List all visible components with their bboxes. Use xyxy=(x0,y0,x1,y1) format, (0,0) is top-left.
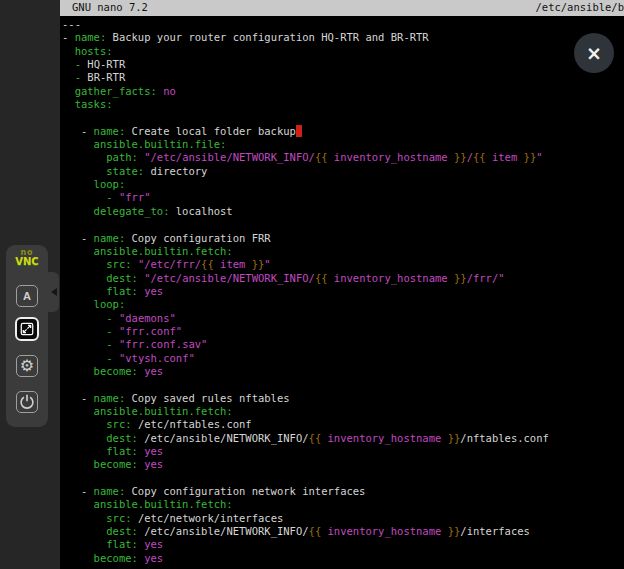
code-area[interactable]: ---- name: Backup your router configurat… xyxy=(60,16,624,565)
fullscreen-icon xyxy=(18,320,36,338)
code-line: flat: yes xyxy=(62,538,624,551)
code-line: - name: Copy configuration network inter… xyxy=(62,485,624,498)
code-line xyxy=(62,111,624,124)
code-line: ansible.builtin.fetch: xyxy=(62,405,624,418)
code-line: loop: xyxy=(62,178,624,191)
code-line: - name: Backup your router configuration… xyxy=(62,31,624,44)
keyboard-icon: A xyxy=(23,290,31,302)
nano-app-title: GNU nano 7.2 xyxy=(72,1,148,14)
code-line: become: yes xyxy=(62,458,624,471)
novnc-logo: no VNC xyxy=(6,249,48,267)
code-line: - name: Copy saved rules nftables xyxy=(62,392,624,405)
code-line: flat: yes xyxy=(62,445,624,458)
code-line xyxy=(62,218,624,231)
code-line: - "frr.conf" xyxy=(62,325,624,338)
terminal-window: GNU nano 7.2 /etc/ansible/b ---- name: B… xyxy=(60,0,624,569)
control-bar-handle[interactable] xyxy=(48,272,59,312)
code-line: - name: Copy configuration FRR xyxy=(62,232,624,245)
code-line: state: directory xyxy=(62,165,624,178)
novnc-logo-bottom: VNC xyxy=(6,257,48,267)
code-line: - "frr.conf.sav" xyxy=(62,338,624,351)
code-line: - HQ-RTR xyxy=(62,58,624,71)
keyboard-button[interactable]: A xyxy=(16,285,38,307)
code-line: hosts: xyxy=(62,45,624,58)
code-line: dest: /etc/ansible/NETWORK_INFO/{{ inven… xyxy=(62,432,624,445)
code-line: become: yes xyxy=(62,365,624,378)
power-icon xyxy=(18,393,36,411)
code-line: flat: yes xyxy=(62,285,624,298)
code-line: - name: Create local folder backup xyxy=(62,125,624,138)
code-line: - "daemons" xyxy=(62,312,624,325)
code-line: src: "/etc/frr/{{ item }}" xyxy=(62,258,624,271)
nano-file-path: /etc/ansible/b xyxy=(535,1,624,14)
code-line: src: /etc/nftables.conf xyxy=(62,418,624,431)
code-line: ansible.builtin.fetch: xyxy=(62,245,624,258)
nano-titlebar: GNU nano 7.2 /etc/ansible/b xyxy=(60,0,624,16)
code-line: - "vtysh.conf" xyxy=(62,352,624,365)
fullscreen-button[interactable] xyxy=(15,317,39,341)
code-line: become: yes xyxy=(62,552,624,565)
disconnect-button[interactable] xyxy=(16,391,38,413)
code-line: tasks: xyxy=(62,98,624,111)
code-line: ansible.builtin.fetch: xyxy=(62,498,624,511)
code-line: - BR-RTR xyxy=(62,71,624,84)
code-line: path: "/etc/ansible/NETWORK_INFO/{{ inve… xyxy=(62,151,624,164)
code-line: - "frr" xyxy=(62,191,624,204)
settings-button[interactable]: ⚙ xyxy=(16,355,38,377)
vnc-screen: GNU nano 7.2 /etc/ansible/b ---- name: B… xyxy=(0,0,624,569)
code-line xyxy=(62,472,624,485)
code-line: dest: "/etc/ansible/NETWORK_INFO/{{ inve… xyxy=(62,272,624,285)
vnc-control-bar: no VNC A ⚙ xyxy=(6,245,48,427)
code-line: --- xyxy=(62,18,624,31)
code-line xyxy=(62,378,624,391)
code-line: ansible.builtin.file: xyxy=(62,138,624,151)
code-line: dest: /etc/ansible/NETWORK_INFO/{{ inven… xyxy=(62,525,624,538)
code-line: src: /etc/network/interfaces xyxy=(62,512,624,525)
close-icon: × xyxy=(586,44,602,63)
close-button[interactable]: × xyxy=(574,33,614,73)
code-line: gather_facts: no xyxy=(62,85,624,98)
gear-icon: ⚙ xyxy=(20,358,34,374)
code-line: loop: xyxy=(62,298,624,311)
code-line: delegate_to: localhost xyxy=(62,205,624,218)
collapse-arrow-icon xyxy=(51,288,57,296)
